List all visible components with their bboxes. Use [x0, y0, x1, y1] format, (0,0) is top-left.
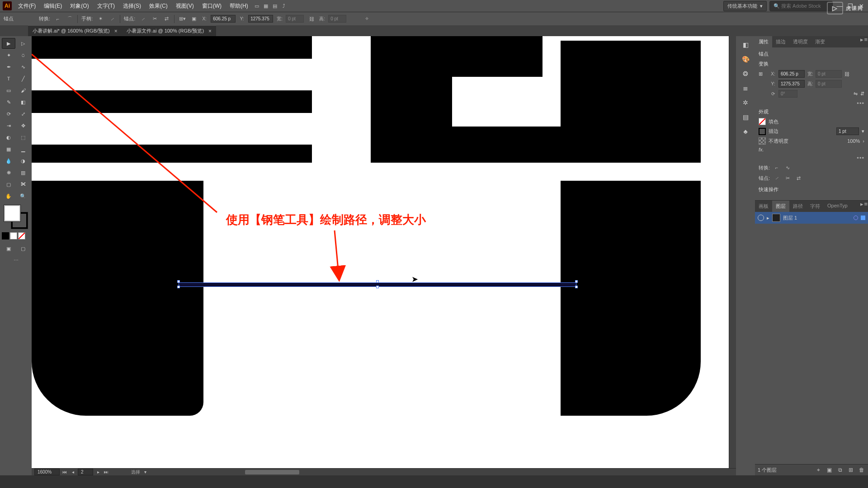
close-tab-icon[interactable]: × — [208, 28, 212, 34]
color-guide-icon[interactable]: 🎨 — [740, 53, 751, 65]
anchor-join-icon[interactable]: ⇄ — [794, 174, 802, 182]
free-transform-tool[interactable]: ✥ — [16, 120, 30, 131]
link-wh-icon[interactable]: ⛓ — [844, 71, 849, 77]
document-tab[interactable]: 小暑源文件.ai @ 100% (RGB/预览) × — [122, 25, 216, 36]
prop-h-field[interactable] — [816, 80, 842, 88]
tab-opentype[interactable]: OpenTyp — [824, 201, 851, 212]
prop-x-field[interactable] — [778, 70, 805, 78]
shape-builder-tool[interactable]: ◐ — [2, 132, 15, 143]
locate-layer-icon[interactable]: ⌖ — [815, 466, 822, 474]
fill-swatch[interactable] — [759, 118, 766, 125]
scale-tool[interactable]: ⤢ — [16, 108, 30, 119]
last-artboard-icon[interactable]: ⏭ — [103, 469, 109, 475]
document-tab[interactable]: 小暑讲解.ai* @ 1600% (RGB/预览) × — [28, 25, 122, 36]
anchor-remove-icon[interactable]: ⟋ — [773, 174, 781, 182]
menu-type[interactable]: 文字(T) — [94, 0, 118, 12]
prop-angle-field[interactable] — [778, 90, 797, 98]
line-tool[interactable]: ╱ — [16, 73, 30, 84]
canvas-viewport[interactable]: ➤ 使用【钢笔工具】绘制路径，调整大小 ⏮ ◂ ▸ ⏭ 选择 ▾ — [32, 36, 736, 475]
opacity-popup-icon[interactable]: › — [863, 138, 864, 144]
color-panel-icon[interactable]: ◧ — [740, 39, 751, 51]
symbol-sprayer-tool[interactable]: ❋ — [2, 167, 15, 178]
menu-window[interactable]: 窗口(W) — [198, 0, 225, 12]
libraries-panel-icon[interactable]: ♣ — [740, 126, 751, 137]
stroke-panel-icon[interactable]: ▤ — [740, 111, 751, 123]
window-minimize[interactable]: ― — [835, 2, 844, 10]
panel-menu-icon[interactable]: ▸≡ — [860, 36, 868, 47]
curvature-tool[interactable]: ∿ — [16, 61, 30, 72]
selection-handle[interactable] — [575, 286, 578, 288]
new-layer-icon[interactable]: ⊞ — [847, 466, 854, 474]
menu-edit[interactable]: 编辑(E) — [40, 0, 66, 12]
selection-handle[interactable] — [177, 286, 180, 288]
slice-tool[interactable]: ✀ — [16, 179, 30, 190]
handle-show-icon[interactable]: ✶ — [96, 15, 104, 23]
prop-w-field[interactable] — [816, 70, 842, 78]
stroke-weight-field[interactable] — [836, 127, 859, 135]
shaper-tool[interactable]: ✎ — [2, 97, 15, 108]
isolate-icon[interactable]: ✧ — [363, 15, 371, 23]
share-icon[interactable]: ⤴ — [280, 2, 288, 10]
tab-paths[interactable]: 路径 — [789, 201, 807, 212]
convert-corner-icon[interactable]: ⌐ — [54, 15, 62, 23]
delete-layer-icon[interactable]: 🗑 — [858, 466, 865, 474]
fill-stroke-swatch[interactable] — [4, 205, 28, 229]
window-restore[interactable]: ❐ — [846, 2, 854, 10]
magic-wand-tool[interactable]: ✦ — [2, 50, 15, 61]
blend-tool[interactable]: ◑ — [16, 155, 30, 166]
w-field[interactable] — [286, 15, 304, 23]
next-artboard-icon[interactable]: ▸ — [95, 469, 101, 475]
tab-artboards[interactable]: 画板 — [755, 201, 772, 212]
layout-icon[interactable]: ▤ — [271, 2, 279, 10]
color-mode-none[interactable] — [18, 232, 25, 239]
pen-tool[interactable]: ✒ — [2, 61, 15, 72]
screen-mode-normal[interactable]: ▣ — [2, 243, 15, 254]
tab-properties[interactable]: 属性 — [755, 36, 772, 47]
selection-handle[interactable] — [177, 280, 180, 283]
anchor-cut-icon[interactable]: ✂ — [783, 174, 792, 182]
symbols-panel-icon[interactable]: ✲ — [740, 97, 751, 108]
window-close[interactable]: ✕ — [857, 2, 865, 10]
stroke-swatch[interactable] — [759, 128, 766, 135]
layer-name[interactable]: 图层 1 — [783, 215, 797, 221]
anchor-remove-icon[interactable]: ⟋ — [139, 15, 147, 23]
tab-stroke[interactable]: 描边 — [772, 36, 789, 47]
width-tool[interactable]: ⇥ — [2, 120, 15, 131]
menu-help[interactable]: 帮助(H) — [226, 0, 252, 12]
cloud-doc-icon[interactable]: ▭ — [253, 2, 261, 10]
close-tab-icon[interactable]: × — [114, 28, 118, 34]
flip-h-icon[interactable]: ⇋ — [854, 91, 858, 97]
visibility-toggle[interactable] — [758, 215, 764, 221]
arrange-icon[interactable]: ▦ — [262, 2, 270, 10]
mesh-tool[interactable]: ▦ — [2, 144, 15, 155]
align-reference-icon[interactable]: ⊞▾ — [178, 15, 186, 23]
more-options-icon[interactable]: ••• — [857, 100, 864, 107]
tab-transparency[interactable]: 透明度 — [789, 36, 811, 47]
prev-artboard-icon[interactable]: ◂ — [70, 469, 76, 475]
reference-point-icon[interactable]: ▣ — [190, 15, 198, 23]
horizontal-scrollbar[interactable]: ⏮ ◂ ▸ ⏭ 选择 ▾ — [32, 468, 736, 475]
anchor-connect-icon[interactable]: ⇄ — [162, 15, 170, 23]
tab-character[interactable]: 字符 — [807, 201, 824, 212]
tab-gradient[interactable]: 渐变 — [811, 36, 829, 47]
anchor-cut-icon[interactable]: ✂ — [151, 15, 159, 23]
tab-layers[interactable]: 图层 — [772, 201, 789, 212]
type-tool[interactable]: T — [2, 73, 15, 84]
stock-search[interactable]: 🔍 搜索 Adobe Stock — [769, 1, 833, 11]
edit-toolbar-icon[interactable]: ⋯ — [9, 255, 23, 266]
color-mode-gradient[interactable] — [10, 232, 17, 239]
menu-object[interactable]: 对象(O) — [66, 0, 92, 12]
workspace-switcher[interactable]: 传统基本功能 ▾ — [723, 1, 767, 11]
selection-handle[interactable] — [376, 286, 379, 288]
menu-file[interactable]: 文件(F) — [14, 0, 39, 12]
opacity-swatch[interactable] — [759, 137, 766, 145]
rotate-tool[interactable]: ⟳ — [2, 108, 15, 119]
lasso-tool[interactable]: ⍥ — [16, 50, 30, 61]
zoom-tool[interactable]: 🔍 — [16, 191, 30, 202]
artboard-tool[interactable]: ▢ — [2, 179, 15, 190]
y-field[interactable] — [248, 15, 273, 23]
chevron-down-icon[interactable]: ▾ — [862, 128, 864, 134]
reference-point-grid[interactable]: ⊞ — [759, 71, 768, 77]
eyedropper-tool[interactable]: 💧 — [2, 155, 15, 166]
more-options-icon[interactable]: ••• — [857, 155, 864, 161]
